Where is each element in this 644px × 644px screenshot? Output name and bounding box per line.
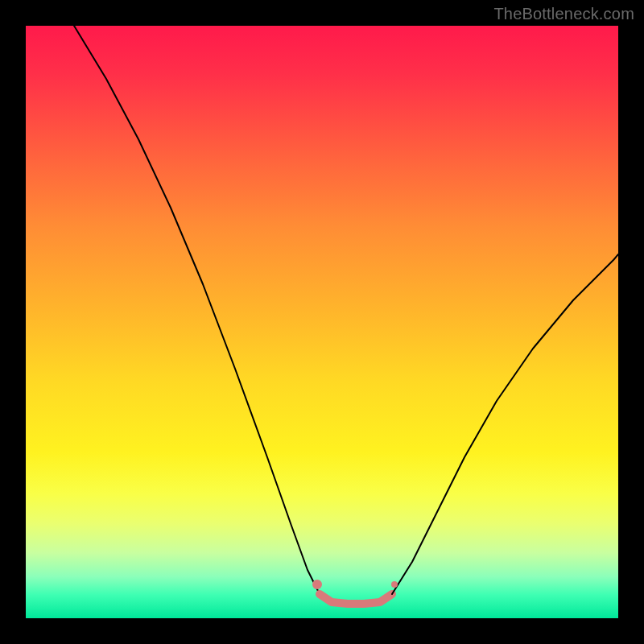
curve-group [74, 26, 618, 604]
marker-left-dot [312, 580, 322, 589]
series-flat-min [320, 594, 392, 604]
plot-area [26, 26, 618, 618]
watermark-text: TheBottleneck.com [493, 5, 634, 23]
curve-layer [26, 26, 618, 618]
marker-right-tick [391, 581, 398, 588]
chart-frame: TheBottleneck.com [0, 0, 644, 644]
series-right-branch [392, 254, 618, 594]
series-left-branch [74, 26, 320, 594]
